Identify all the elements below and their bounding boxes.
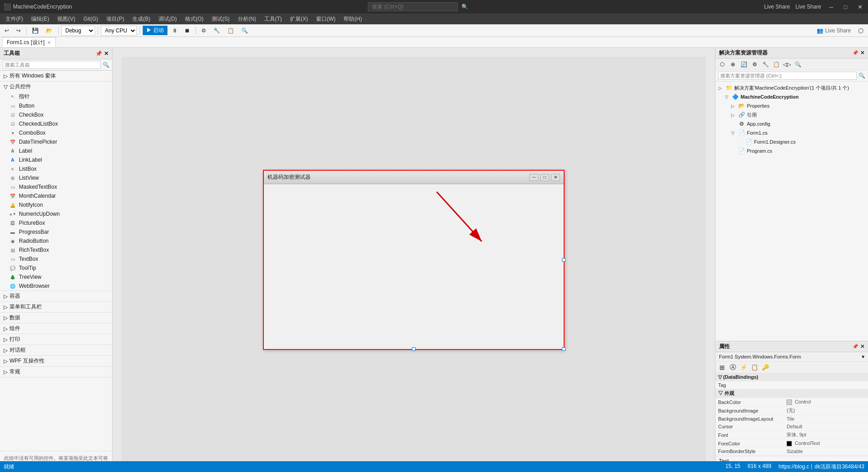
menu-tools[interactable]: 工具(T) (261, 14, 285, 24)
sol-pin-btn[interactable]: 📌 (852, 50, 859, 56)
toolbox-item-textbox[interactable]: ▭ TextBox (0, 254, 112, 263)
toolbox-item-combobox[interactable]: ▾ ComboBox (0, 128, 112, 137)
toolbox-group-header-components[interactable]: ▷ 组件 (0, 323, 112, 334)
menu-window[interactable]: 窗口(W) (312, 14, 339, 24)
run-btn[interactable]: ▶ 启动 (143, 26, 167, 35)
toolbox-group-header-all-windows[interactable]: ▷ 所有 Windows 窗体 (0, 71, 112, 81)
menu-project[interactable]: 项目(P) (103, 14, 128, 24)
global-search-input[interactable] (368, 2, 458, 11)
prop-value-backgroundimage[interactable]: (无) (784, 406, 868, 415)
prop-row-backgroundimage[interactable]: BackgroundImage (无) (715, 406, 868, 415)
toolbox-group-header-menus[interactable]: ▷ 菜单和工具栏 (0, 302, 112, 312)
toolbox-group-header-common[interactable]: ▽ 公共控件 (0, 82, 112, 92)
form-body[interactable] (264, 184, 564, 349)
redo-btn[interactable]: ↪ (14, 27, 23, 35)
toolbox-item-maskedtextbox[interactable]: ▭ MaskedTextBox (0, 182, 112, 191)
toolbox-item-picturebox[interactable]: 🖼 PictureBox (0, 218, 112, 227)
solution-search-input[interactable] (718, 72, 857, 80)
open-btn[interactable]: 📂 (43, 27, 55, 35)
menu-git[interactable]: Git(G) (80, 15, 102, 23)
tree-properties[interactable]: ▷ 📂 Properties (715, 101, 868, 110)
sol-toolbar-btn-8[interactable]: 🔍 (793, 60, 803, 69)
sol-toolbar-btn-1[interactable]: ⬡ (717, 60, 727, 69)
prop-cat-databindings[interactable]: ▽ (DataBindings) (715, 373, 868, 381)
sol-close-btn[interactable]: ✕ (860, 50, 864, 56)
menu-edit[interactable]: 编辑(E) (27, 14, 53, 24)
prop-value-font[interactable]: 宋体, 9pt (784, 431, 868, 440)
prop-value-forecolor[interactable]: ControlText (784, 440, 868, 448)
toolbox-item-numericupdown[interactable]: ▲▼ NumericUpDown (0, 209, 112, 218)
toolbox-item-richtextbox[interactable]: ▤ RichTextBox (0, 245, 112, 254)
tab-form1-designer[interactable]: Form1.cs [设计] ✕ (2, 37, 56, 47)
tab-form1-designer-close[interactable]: ✕ (47, 40, 51, 45)
toolbox-pin-btn[interactable]: 📌 (95, 50, 102, 57)
form-handle-bottom-center[interactable] (412, 347, 416, 351)
platform-select[interactable]: Any CPU x86 x64 (101, 26, 137, 36)
menu-file[interactable]: 文件(F) (2, 14, 27, 24)
prop-value-formborderstyle[interactable]: Sizable (784, 448, 868, 455)
toolbox-item-notifyicon[interactable]: 🔔 NotifyIcon (0, 200, 112, 209)
title-maximize-btn[interactable]: □ (841, 4, 850, 10)
toolbox-group-header-data[interactable]: ▷ 数据 (0, 313, 112, 323)
prop-events-btn[interactable]: ⚡ (739, 363, 749, 372)
form-minimize-btn[interactable]: ─ (529, 174, 538, 181)
prop-cat-btn[interactable]: ⊞ (717, 363, 727, 372)
form-maximize-btn[interactable]: □ (540, 174, 549, 181)
prop-row-backgroundimagelayout[interactable]: BackgroundImageLayout Tile (715, 415, 868, 423)
live-share-toolbar-btn[interactable]: 👥 Live Share (814, 27, 854, 35)
toolbox-item-tooltip[interactable]: 💬 ToolTip (0, 263, 112, 272)
menu-build[interactable]: 生成(B) (129, 14, 154, 24)
form-handle-right-middle[interactable] (562, 258, 565, 262)
debug-config-select[interactable]: Debug Release (61, 26, 95, 36)
menu-debug[interactable]: 调试(D) (155, 14, 181, 24)
title-minimize-btn[interactable]: ─ (827, 4, 836, 10)
prop-value-backcolor[interactable]: Control (784, 398, 868, 406)
toolbox-group-header-general[interactable]: ▷ 常规 (0, 367, 112, 377)
form-preview[interactable]: 机器码加密测试器 ─ □ ✕ (263, 170, 565, 350)
toolbox-item-label[interactable]: A Label (0, 146, 112, 155)
sol-toolbar-btn-6[interactable]: 📋 (771, 60, 781, 69)
toolbar-extra-btn-3[interactable]: 📋 (225, 27, 237, 35)
toolbar-extra-btn-2[interactable]: 🔧 (211, 27, 223, 35)
designer-canvas[interactable]: 机器码加密测试器 ─ □ ✕ (122, 57, 706, 463)
toolbox-group-header-dialogs[interactable]: ▷ 对话框 (0, 345, 112, 355)
prop-row-cursor[interactable]: Cursor Default (715, 423, 868, 431)
prop-alpha-btn[interactable]: Ⓐ (728, 363, 738, 372)
prop-row-tag[interactable]: Tag (715, 381, 868, 389)
live-share-label[interactable]: Live Share (796, 4, 821, 10)
prop-pin-btn[interactable]: 📌 (852, 344, 859, 349)
form-handle-bottom-right[interactable] (562, 347, 565, 351)
prop-dropdown-icon[interactable]: ▾ (862, 354, 864, 360)
sol-toolbar-btn-5[interactable]: 🔧 (760, 60, 770, 69)
sol-toolbar-btn-3[interactable]: 🔄 (739, 60, 749, 69)
tree-form1-designer-cs[interactable]: ▷ 📄 Form1.Designer.cs (715, 137, 868, 146)
tree-app-config[interactable]: ▷ ⚙ App.config (715, 119, 868, 128)
menu-extend[interactable]: 扩展(X) (286, 14, 312, 24)
prop-key-btn[interactable]: 🔑 (760, 363, 770, 372)
save-btn[interactable]: 💾 (29, 27, 41, 35)
prop-pages-btn[interactable]: 📋 (750, 363, 760, 372)
share-icon-btn[interactable]: ⬡ (855, 26, 866, 35)
sol-toolbar-btn-7[interactable]: ◁▷ (782, 60, 792, 69)
toolbox-item-webbrowser[interactable]: 🌐 WebBrowser (0, 281, 112, 290)
toolbox-item-linklabel[interactable]: A LinkLabel (0, 155, 112, 164)
prop-row-backcolor[interactable]: BackColor Control (715, 398, 868, 406)
toolbox-item-monthcalendar[interactable]: 📅 MonthCalendar (0, 191, 112, 200)
toolbox-search-input[interactable] (3, 61, 101, 69)
prop-row-forecolor[interactable]: ForeColor ControlText (715, 440, 868, 448)
undo-btn[interactable]: ↩ (2, 27, 12, 35)
tree-solution-root[interactable]: ▷ 📁 解决方案'MachineCodeEncryption'(1 个项目/共 … (715, 83, 868, 92)
toolbar-extra-btn-4[interactable]: 🔍 (239, 27, 251, 35)
toolbox-item-listview[interactable]: ⊞ ListView (0, 173, 112, 182)
sol-toolbar-btn-4[interactable]: ⚙ (750, 60, 760, 69)
prop-value-cursor[interactable]: Default (784, 423, 868, 431)
toolbox-group-header-print[interactable]: ▷ 打印 (0, 334, 112, 345)
toolbox-item-radiobutton[interactable]: ◉ RadioButton (0, 236, 112, 245)
toolbar-extra-btn-1[interactable]: ⚙ (199, 27, 209, 35)
toolbox-group-header-wpf[interactable]: ▷ WPF 互操作性 (0, 356, 112, 366)
menu-format[interactable]: 格式(O) (181, 14, 207, 24)
title-close-btn[interactable]: ✕ (855, 4, 864, 10)
toolbox-item-treeview[interactable]: 🌲 TreeView (0, 272, 112, 281)
menu-test[interactable]: 测试(S) (208, 14, 233, 24)
toolbox-item-pointer[interactable]: ↖ 指针 (0, 92, 112, 101)
